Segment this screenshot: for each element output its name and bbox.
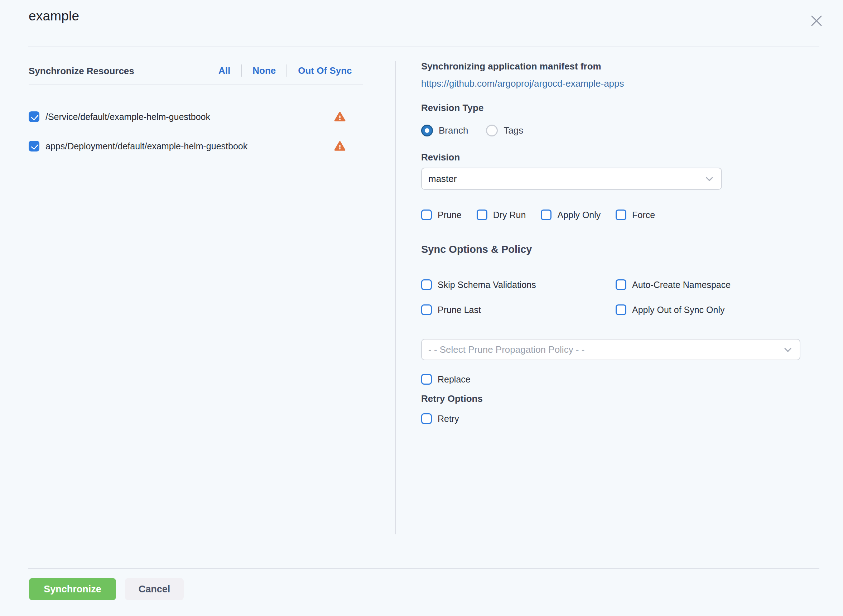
- prune-propagation-policy-placeholder: - - Select Prune Propagation Policy - -: [428, 344, 585, 355]
- sync-flags-row: Prune Dry Run Apply Only Force: [421, 210, 655, 220]
- warning-icon: [334, 141, 346, 152]
- branch-radio-label: Branch: [439, 125, 468, 136]
- resource-row: /Service/default/example-helm-guestbook: [29, 109, 363, 125]
- flag-item: Force: [616, 210, 655, 220]
- tags-radio[interactable]: [486, 125, 498, 136]
- flag-item: Prune: [421, 210, 462, 220]
- chevron-down-icon: [784, 345, 792, 352]
- flag-item: Dry Run: [476, 210, 526, 220]
- header-divider: [28, 47, 820, 47]
- auto-create-namespace-label: Auto-Create Namespace: [632, 280, 730, 290]
- option-item: Skip Schema Validations: [421, 279, 616, 291]
- prune-propagation-policy-select[interactable]: - - Select Prune Propagation Policy - -: [421, 339, 800, 360]
- replace-checkbox[interactable]: [421, 374, 432, 385]
- apply-out-of-sync-only-label: Apply Out of Sync Only: [632, 305, 724, 315]
- chevron-down-icon: [706, 174, 713, 181]
- synchronize-resources-label: Synchronize Resources: [29, 66, 134, 77]
- force-label: Force: [632, 210, 655, 220]
- sync-options-grid: Skip Schema Validations Auto-Create Name…: [421, 279, 730, 316]
- sync-options-policy-title: Sync Options & Policy: [421, 243, 532, 255]
- filter-out-of-sync-link[interactable]: Out Of Sync: [287, 65, 362, 76]
- resource-label: apps/Deployment/default/example-helm-gue…: [45, 141, 334, 151]
- skip-schema-validations-label: Skip Schema Validations: [438, 280, 536, 290]
- resource-label: /Service/default/example-helm-guestbook: [45, 112, 334, 122]
- synchronize-button[interactable]: Synchronize: [29, 578, 116, 600]
- retry-label: Retry: [438, 414, 459, 424]
- resource-list-divider: [29, 85, 363, 85]
- replace-row: Replace: [421, 374, 471, 385]
- prune-last-label: Prune Last: [438, 305, 481, 315]
- prune-label: Prune: [438, 210, 462, 220]
- resource-checkbox[interactable]: [29, 111, 40, 122]
- resource-checkbox[interactable]: [29, 141, 40, 151]
- apply-only-label: Apply Only: [557, 210, 601, 220]
- filter-none-link[interactable]: None: [242, 65, 286, 76]
- option-item: Apply Out of Sync Only: [616, 304, 730, 316]
- revision-select-value: master: [428, 173, 457, 185]
- skip-schema-validations-checkbox[interactable]: [421, 279, 432, 290]
- footer-divider: [28, 568, 820, 569]
- manifest-heading: Synchronizing application manifest from: [421, 61, 601, 72]
- dry-run-label: Dry Run: [493, 210, 526, 220]
- retry-row: Retry: [421, 413, 459, 424]
- resource-filter-links: All None Out Of Sync: [208, 65, 362, 77]
- manifest-url-link[interactable]: https://github.com/argoproj/argocd-examp…: [421, 78, 624, 89]
- column-divider: [395, 61, 396, 534]
- auto-create-namespace-checkbox[interactable]: [616, 279, 626, 290]
- warning-icon: [334, 111, 346, 122]
- revision-label: Revision: [421, 152, 460, 163]
- option-item: Prune Last: [421, 304, 616, 316]
- tags-radio-label: Tags: [503, 125, 523, 136]
- branch-radio[interactable]: [421, 125, 433, 136]
- prune-last-checkbox[interactable]: [421, 304, 432, 315]
- replace-label: Replace: [438, 374, 471, 385]
- retry-options-title: Retry Options: [421, 393, 483, 404]
- prune-checkbox[interactable]: [421, 210, 432, 220]
- dry-run-checkbox[interactable]: [476, 210, 487, 220]
- filter-all-link[interactable]: All: [208, 65, 241, 76]
- resource-row: apps/Deployment/default/example-helm-gue…: [29, 138, 363, 154]
- sync-dialog: { "dialog": { "title": "example", "close…: [0, 0, 843, 616]
- close-icon: [809, 13, 824, 28]
- retry-checkbox[interactable]: [421, 413, 432, 424]
- apply-out-of-sync-only-checkbox[interactable]: [616, 304, 626, 315]
- apply-only-checkbox[interactable]: [541, 210, 551, 220]
- close-button[interactable]: [808, 12, 825, 29]
- page-title: example: [29, 9, 79, 23]
- force-checkbox[interactable]: [616, 210, 626, 220]
- option-item: Auto-Create Namespace: [616, 279, 730, 291]
- revision-select[interactable]: master: [421, 167, 722, 190]
- cancel-button[interactable]: Cancel: [125, 578, 184, 600]
- revision-type-label: Revision Type: [421, 103, 484, 113]
- flag-item: Apply Only: [541, 210, 601, 220]
- revision-type-radios: Branch Tags: [421, 125, 523, 136]
